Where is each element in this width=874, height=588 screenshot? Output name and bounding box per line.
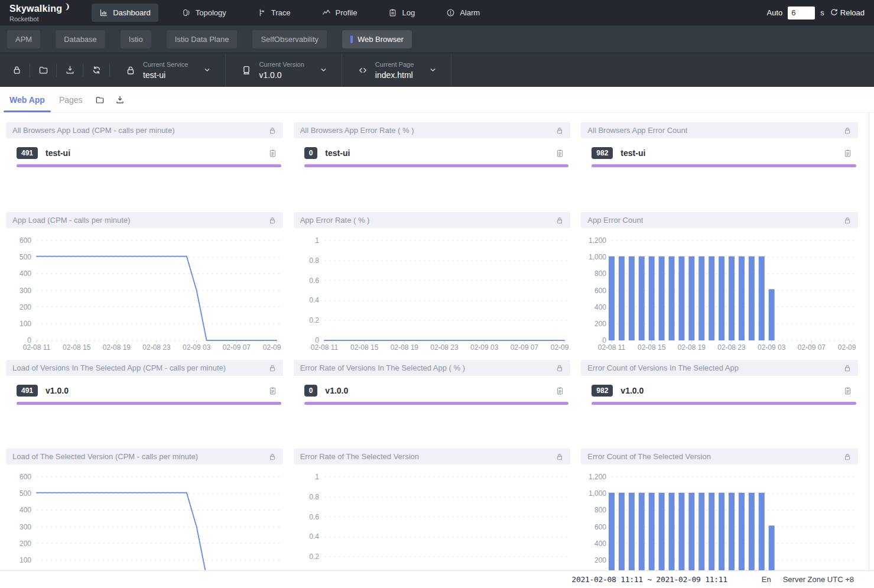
scrollbar-track[interactable]	[869, 113, 869, 570]
nav-item-label: Log	[402, 8, 415, 17]
panel-error-count-of-selected-version: Error Count of The Selected Version02004…	[581, 449, 858, 588]
selector-value: v1.0.0	[259, 70, 304, 80]
nav-item-log[interactable]: Log	[381, 4, 423, 22]
clipboard-icon[interactable]	[268, 386, 277, 395]
lock-icon[interactable]	[268, 364, 277, 372]
group-label: Istio Data Plane	[175, 35, 229, 44]
dashboard-group-selfobservability[interactable]: SelfObservability	[252, 30, 327, 48]
selector-label: Current Page	[375, 61, 414, 68]
clipboard-icon[interactable]	[555, 149, 564, 158]
group-label: Web Browser	[358, 35, 404, 44]
svg-text:02-08 23: 02-08 23	[430, 343, 459, 352]
clipboard-icon[interactable]	[843, 149, 852, 158]
refresh-toolbar-button[interactable]	[83, 65, 109, 75]
dashboard-group-database[interactable]: Database	[56, 30, 105, 48]
svg-text:1: 1	[315, 236, 319, 245]
nav-item-alarm[interactable]: Alarm	[438, 4, 488, 22]
value-badge: 982	[592, 385, 613, 397]
nav-item-trace[interactable]: Trace	[250, 4, 298, 22]
folder-toolbar-button[interactable]	[30, 65, 56, 75]
lock-icon[interactable]	[268, 453, 277, 461]
svg-text:0.2: 0.2	[309, 553, 319, 561]
svg-text:0.6: 0.6	[309, 277, 319, 285]
nav-item-topology[interactable]: Topology	[174, 4, 234, 22]
language-toggle[interactable]: En	[762, 575, 771, 584]
panel-header: Error Rate of Versions In The Selected A…	[294, 360, 571, 376]
auto-interval-input[interactable]	[788, 7, 815, 20]
selector-slider[interactable]	[304, 164, 569, 167]
chevron-down-icon	[203, 66, 211, 74]
lock-icon[interactable]	[843, 364, 852, 372]
dashboard-group-istio-data-plane[interactable]: Istio Data Plane	[167, 30, 238, 48]
svg-text:02-09 11: 02-09 11	[263, 343, 282, 352]
metric-card-body: 491test-ui	[6, 138, 283, 159]
export-toolbar-button[interactable]	[57, 65, 83, 75]
lock-icon[interactable]	[555, 126, 564, 135]
nav-item-dashboard[interactable]: Dashboard	[92, 4, 158, 22]
dashboard-toolbar: Current Servicetest-uiCurrent Versionv1.…	[0, 53, 874, 87]
export-tab-button[interactable]	[110, 87, 130, 112]
time-range-display[interactable]: 2021-02-08 11:11 ~ 2021-02-09 11:11	[571, 575, 727, 584]
view-tab-label: Pages	[59, 95, 83, 105]
svg-text:200: 200	[20, 540, 31, 548]
clipboard-icon[interactable]	[268, 149, 277, 158]
selector-slider[interactable]	[304, 402, 569, 405]
current-page-selector[interactable]: Current Pageindex.html	[342, 53, 451, 87]
tab-web-app[interactable]: Web App	[2, 87, 52, 112]
lock-icon	[12, 65, 22, 75]
svg-text:0.4: 0.4	[309, 296, 319, 304]
svg-text:600: 600	[20, 473, 31, 481]
reload-button[interactable]: Reload	[830, 8, 865, 17]
panel-grid: All Browsers App Load (CPM - calls per m…	[0, 113, 874, 588]
selector-value: index.html	[375, 70, 414, 80]
current-service-selector[interactable]: Current Servicetest-ui	[110, 53, 225, 87]
svg-text:02-09 11: 02-09 11	[550, 343, 570, 352]
lock-icon[interactable]	[268, 126, 277, 135]
svg-text:300: 300	[20, 287, 31, 295]
metric-name: test-ui	[325, 148, 548, 158]
svg-text:02-08 19: 02-08 19	[678, 343, 706, 352]
line-chart: 00.20.40.60.8102-08 1102-08 1502-08 1902…	[294, 229, 571, 357]
lock-toolbar-button[interactable]	[4, 65, 30, 75]
selector-slider[interactable]	[17, 164, 281, 167]
svg-text:02-08 11: 02-08 11	[598, 343, 626, 352]
view-tabs-row: Web AppPages	[0, 87, 874, 113]
lock-icon[interactable]	[555, 364, 564, 372]
selector-slider[interactable]	[17, 402, 281, 405]
dashboard-group-apm[interactable]: APM	[7, 30, 40, 48]
lock-icon[interactable]	[843, 216, 852, 225]
current-version-selector[interactable]: Current Versionv1.0.0	[226, 53, 341, 87]
metric-card-body: 0test-ui	[294, 138, 571, 159]
lock-icon[interactable]	[268, 216, 277, 225]
panel-title: App Load (CPM - calls per minute)	[12, 216, 130, 225]
selector-slider[interactable]	[592, 164, 856, 167]
svg-text:02-08 11: 02-08 11	[310, 343, 338, 352]
metric-name: v1.0.0	[46, 386, 261, 395]
auto-label: Auto	[767, 8, 783, 17]
lock-icon[interactable]	[843, 126, 852, 135]
clipboard-icon[interactable]	[555, 386, 564, 395]
view-tab-label: Web App	[9, 95, 45, 105]
panel-header: App Load (CPM - calls per minute)	[6, 212, 283, 228]
brand-logo[interactable]: Skywalking Rocketbot	[9, 4, 70, 22]
tab-pages[interactable]: Pages	[52, 87, 90, 112]
clipboard-icon[interactable]	[843, 386, 852, 395]
nav-item-profile[interactable]: Profile	[314, 4, 365, 22]
selector-value: test-ui	[143, 70, 188, 80]
folder-tab-button[interactable]	[90, 87, 110, 112]
metric-name: v1.0.0	[620, 386, 836, 395]
group-label: Database	[64, 35, 97, 44]
selector-slider[interactable]	[592, 402, 856, 405]
dashboard-group-web-browser[interactable]: Web Browser	[342, 30, 412, 48]
panel-title: Error Count of Versions In The Selected …	[587, 363, 739, 372]
svg-text:0.2: 0.2	[309, 316, 319, 324]
service-lock-icon	[125, 65, 136, 76]
lock-icon[interactable]	[555, 453, 564, 461]
lock-icon[interactable]	[843, 453, 852, 461]
group-label: APM	[15, 35, 32, 44]
metric-name: v1.0.0	[325, 386, 548, 395]
selector-text: Current Versionv1.0.0	[259, 61, 304, 80]
topology-icon	[182, 8, 191, 17]
lock-icon[interactable]	[555, 216, 564, 225]
dashboard-group-istio[interactable]: Istio	[121, 30, 151, 48]
